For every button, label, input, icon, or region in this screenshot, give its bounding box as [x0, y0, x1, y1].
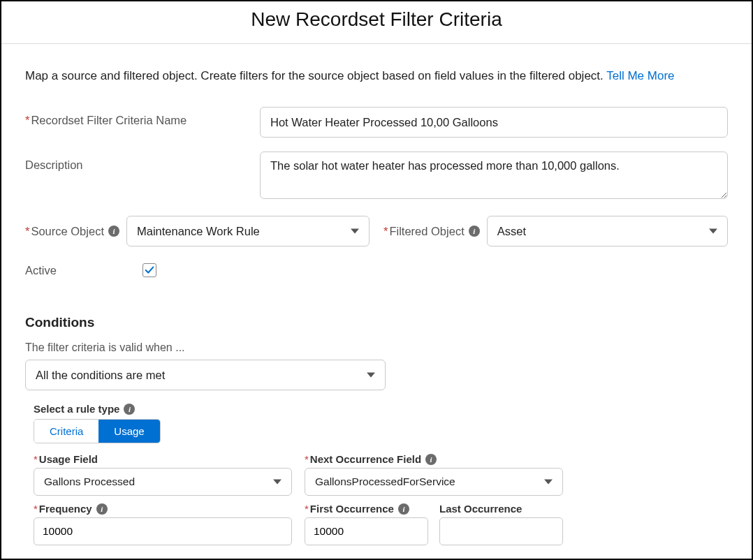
rule-type-toggle: Criteria Usage	[34, 419, 161, 443]
source-object-select[interactable]: Maintenance Work Rule	[126, 216, 370, 246]
filtered-object-value: Asset	[497, 225, 526, 238]
conditions-hint: The filter criteria is valid when ...	[25, 341, 728, 354]
modal-title: New Recordset Filter Criteria	[1, 8, 752, 31]
info-icon[interactable]: i	[124, 404, 135, 415]
required-mark: *	[34, 503, 38, 515]
info-icon[interactable]: i	[398, 503, 409, 515]
label-next-occurrence: *Next Occurrence Field i	[305, 453, 563, 465]
source-object-value: Maintenance Work Rule	[137, 225, 260, 238]
intro-text: Map a source and filtered object. Create…	[25, 69, 728, 83]
next-occ-label-text: Next Occurrence Field	[310, 453, 421, 465]
name-label-text: Recordset Filter Criteria Name	[31, 114, 187, 126]
chevron-down-icon	[709, 229, 717, 234]
tab-usage[interactable]: Usage	[98, 420, 159, 443]
info-icon[interactable]: i	[96, 503, 108, 515]
chevron-down-icon	[544, 480, 553, 485]
rule-type-text: Select a rule type	[34, 403, 119, 415]
active-checkbox[interactable]	[142, 263, 156, 277]
label-usage-field: *Usage Field	[34, 453, 292, 465]
required-mark: *	[34, 453, 38, 465]
usage-grid: *Usage Field Gallons Processed *Next Occ…	[34, 453, 728, 545]
frequency-label-text: Frequency	[39, 503, 92, 515]
usage-field-label-text: Usage Field	[39, 453, 98, 465]
next-occurrence-select[interactable]: GallonsProcessedForService	[305, 468, 563, 496]
condition-match-value: All the conditions are met	[36, 369, 165, 382]
last-occurrence-input[interactable]	[439, 517, 563, 545]
next-occ-value: GallonsProcessedForService	[315, 476, 455, 488]
condition-match-select[interactable]: All the conditions are met	[25, 360, 386, 390]
label-active: Active	[25, 264, 142, 277]
name-input[interactable]	[260, 107, 728, 138]
frequency-input[interactable]	[34, 517, 292, 545]
chevron-down-icon	[351, 229, 359, 234]
required-mark: *	[25, 114, 29, 126]
intro-body: Map a source and filtered object. Create…	[25, 69, 606, 82]
label-frequency: *Frequency i	[34, 503, 292, 515]
usage-field-select[interactable]: Gallons Processed	[34, 468, 292, 496]
first-occurrence-input[interactable]	[305, 517, 428, 545]
label-first-occurrence: *First Occurrence i	[305, 503, 428, 515]
info-icon[interactable]: i	[469, 226, 480, 237]
row-name: *Recordset Filter Criteria Name	[25, 107, 728, 138]
label-rule-type: Select a rule type i	[34, 403, 728, 415]
modal-content: Map a source and filtered object. Create…	[1, 69, 752, 545]
label-name: *Recordset Filter Criteria Name	[25, 107, 260, 127]
row-active: Active	[25, 263, 728, 277]
conditions-title: Conditions	[25, 315, 728, 330]
modal-window: New Recordset Filter Criteria Map a sour…	[0, 0, 753, 560]
info-icon[interactable]: i	[425, 454, 437, 465]
tell-me-more-link[interactable]: Tell Me More	[606, 69, 674, 82]
row-objects: *Source Object i Maintenance Work Rule *…	[25, 216, 728, 246]
label-last-occurrence: Last Occurrence	[439, 503, 563, 515]
modal-header: New Recordset Filter Criteria	[1, 1, 752, 44]
info-icon[interactable]: i	[108, 226, 119, 237]
chevron-down-icon	[273, 480, 282, 485]
tab-criteria[interactable]: Criteria	[34, 420, 98, 443]
label-filtered-object: *Filtered Object i	[383, 225, 480, 238]
description-input[interactable]: The solar hot water heater has processed…	[260, 152, 728, 199]
last-occ-label-text: Last Occurrence	[439, 503, 522, 515]
required-mark: *	[305, 503, 309, 515]
chevron-down-icon	[367, 373, 375, 378]
usage-field-value: Gallons Processed	[44, 476, 135, 488]
required-mark: *	[305, 453, 309, 465]
first-occ-label-text: First Occurrence	[310, 503, 394, 515]
label-source-object: *Source Object i	[25, 225, 119, 238]
check-icon	[145, 265, 154, 275]
filtered-label-text: Filtered Object	[389, 225, 464, 237]
row-description: Description The solar hot water heater h…	[25, 152, 728, 202]
label-description: Description	[25, 152, 260, 172]
filtered-object-select[interactable]: Asset	[487, 216, 728, 246]
required-mark: *	[383, 225, 388, 237]
desc-label-text: Description	[25, 159, 83, 171]
required-mark: *	[25, 225, 29, 237]
rule-block: Select a rule type i Criteria Usage *Usa…	[25, 403, 728, 545]
source-label-text: Source Object	[31, 225, 104, 237]
